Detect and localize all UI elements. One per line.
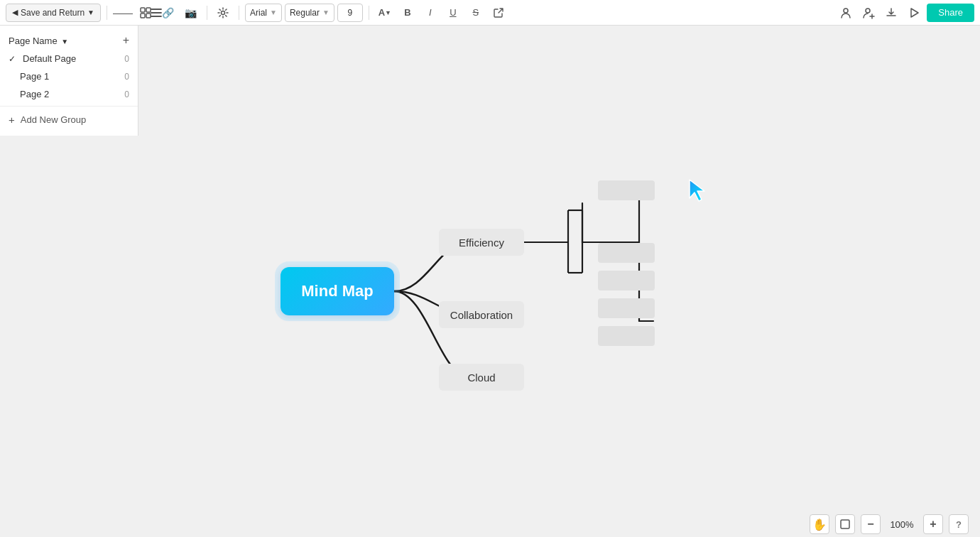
svg-rect-0 — [141, 8, 145, 12]
mindmap-efficiency-node[interactable]: Efficiency — [439, 229, 524, 256]
underline-icon: U — [450, 7, 456, 18]
italic-button[interactable]: I — [420, 4, 440, 22]
mindmap-cloud-node[interactable]: Cloud — [439, 364, 524, 391]
zoom-percentage: 100% — [886, 519, 918, 530]
cursor-icon — [687, 178, 709, 207]
user-search-icon[interactable] — [836, 4, 856, 22]
settings-icon[interactable] — [213, 4, 233, 22]
page2-label: Page 2 — [20, 89, 49, 99]
play-icon[interactable] — [904, 4, 924, 22]
strikethrough-button[interactable]: S — [466, 4, 486, 22]
sep3 — [239, 6, 239, 20]
svg-point-4 — [221, 11, 224, 14]
canvas-area[interactable]: Mind Map Efficiency Collaboration Cloud — [0, 26, 980, 537]
mindmap-connections — [0, 26, 980, 537]
share-button[interactable]: Share — [927, 4, 974, 22]
panel-add-icon[interactable]: + — [123, 34, 129, 47]
font-family-label: Arial — [250, 8, 267, 18]
font-style-arrow: ▼ — [322, 9, 330, 16]
sub-node-5[interactable] — [598, 326, 655, 346]
italic-icon: I — [429, 7, 432, 18]
collaboration-label: Collaboration — [450, 309, 513, 321]
list-view-icon[interactable] — [149, 6, 163, 23]
bottom-bar: ✋ − 100% + ? — [0, 511, 980, 537]
connect-icon[interactable]: —— — [113, 4, 133, 22]
efficiency-label: Efficiency — [459, 237, 504, 249]
font-family-arrow: ▼ — [270, 9, 277, 16]
plus-icon: + — [9, 114, 15, 126]
font-style-select[interactable]: Regular ▼ — [285, 4, 334, 22]
top-toolbar: ◀ Save and Return ▼ —— 🔗 📷 Arial ▼ Regul… — [0, 0, 980, 26]
font-size-input[interactable]: 9 — [337, 4, 363, 22]
zoom-out-button[interactable]: − — [861, 514, 881, 534]
dropdown-arrow-icon: ▼ — [87, 9, 94, 16]
save-return-button[interactable]: ◀ Save and Return ▼ — [6, 4, 101, 22]
font-color-button[interactable]: A ▼ — [375, 4, 395, 22]
panel-title-arrow: ▼ — [61, 38, 68, 45]
bold-button[interactable]: B — [398, 4, 418, 22]
bold-icon: B — [404, 7, 410, 18]
default-page-count: 0 — [124, 54, 129, 64]
share-label: Share — [938, 7, 963, 18]
check-icon: ✓ — [9, 54, 20, 64]
save-return-label: Save and Return — [21, 8, 85, 18]
arrow-left-icon: ◀ — [12, 8, 18, 17]
external-link-button[interactable] — [489, 4, 508, 22]
toolbar-right: Share — [836, 4, 974, 22]
page2-count: 0 — [124, 90, 129, 99]
svg-rect-9 — [841, 520, 849, 528]
image-icon[interactable]: 📷 — [181, 4, 201, 22]
page1-label: Page 1 — [20, 71, 49, 82]
sep2 — [207, 6, 207, 20]
svg-rect-2 — [141, 13, 145, 18]
sub-node-4[interactable] — [598, 298, 655, 318]
zoom-in-button[interactable]: + — [923, 514, 943, 534]
mindmap-center-node[interactable]: Mind Map — [281, 267, 394, 315]
cloud-label: Cloud — [467, 371, 495, 384]
left-panel: Page Name ▼ + ✓ Default Page 0 Page 1 0 … — [0, 26, 138, 136]
sub-node-3[interactable] — [598, 271, 655, 291]
sep1 — [107, 6, 107, 20]
svg-point-6 — [866, 9, 870, 13]
frame-button[interactable] — [835, 514, 855, 534]
panel-item-page1[interactable]: Page 1 0 — [0, 67, 138, 85]
panel-item-page2[interactable]: Page 2 0 — [0, 85, 138, 103]
font-color-dropdown: ▼ — [385, 9, 391, 16]
user-plus-icon[interactable] — [859, 4, 878, 22]
svg-marker-7 — [911, 9, 918, 17]
svg-point-5 — [844, 9, 848, 13]
font-style-label: Regular — [290, 8, 320, 18]
sub-node-1[interactable] — [598, 180, 655, 200]
default-page-label: Default Page — [23, 53, 76, 64]
page1-count: 0 — [124, 72, 129, 82]
panel-header: Page Name ▼ + — [0, 31, 138, 50]
add-new-group-label: Add New Group — [21, 114, 87, 125]
hand-tool-button[interactable]: ✋ — [810, 514, 829, 534]
sub-node-2[interactable] — [598, 243, 655, 263]
mindmap-center-label: Mind Map — [301, 282, 373, 300]
sep4 — [369, 6, 369, 20]
font-color-icon: A — [379, 7, 385, 18]
font-family-select[interactable]: Arial ▼ — [245, 4, 282, 22]
panel-title: Page Name ▼ — [9, 36, 68, 46]
mindmap-collaboration-node[interactable]: Collaboration — [439, 301, 524, 328]
panel-item-default-page[interactable]: ✓ Default Page 0 — [0, 50, 138, 67]
strikethrough-icon: S — [472, 7, 479, 18]
svg-marker-8 — [690, 180, 704, 201]
underline-button[interactable]: U — [443, 4, 463, 22]
download-icon[interactable] — [881, 4, 901, 22]
font-size-value: 9 — [347, 8, 352, 18]
add-new-group-button[interactable]: + Add New Group — [0, 109, 138, 130]
help-button[interactable]: ? — [949, 514, 969, 534]
